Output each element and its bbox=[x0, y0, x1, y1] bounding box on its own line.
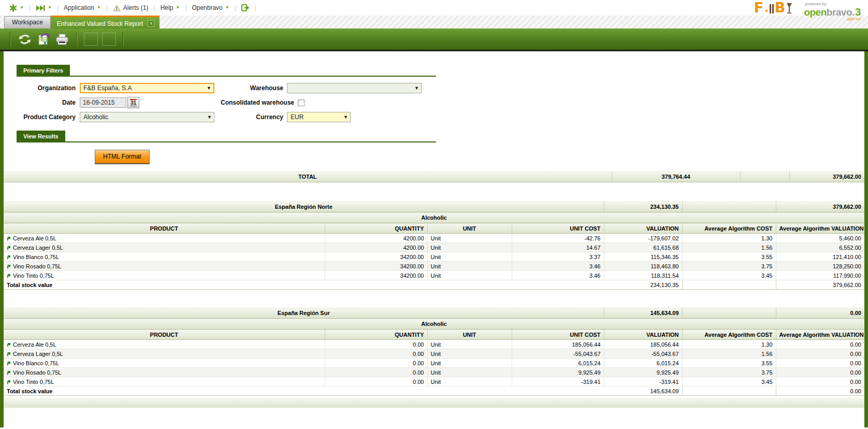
avg-cost-cell: 1.56 bbox=[682, 243, 776, 252]
column-header: Average Algorithm VALUATION bbox=[776, 330, 864, 340]
quantity-cell: 34200.00 bbox=[325, 252, 427, 262]
region-name: España Región Norte bbox=[4, 202, 604, 212]
warehouse-select[interactable]: ▼ bbox=[287, 83, 422, 93]
menu-help-label: Help bbox=[161, 4, 173, 11]
product-cell[interactable]: Vino Rosado 0,75L bbox=[4, 262, 325, 271]
unit-cost-cell: 3.46 bbox=[512, 262, 604, 271]
grand-total-valuation: 379,764.44 bbox=[612, 171, 740, 182]
quantity-cell: 34200.00 bbox=[325, 271, 427, 280]
region-name: España Región Sur bbox=[4, 308, 604, 319]
menu-user-openbravo[interactable]: Openbravo ▼ bbox=[190, 4, 231, 11]
drilldown-arrow-icon bbox=[7, 341, 13, 348]
drilldown-arrow-icon bbox=[7, 235, 13, 241]
column-header: PRODUCT bbox=[4, 330, 325, 340]
logo-three: 3 bbox=[855, 6, 861, 18]
html-format-button[interactable]: HTML Format bbox=[95, 150, 150, 164]
product-cell[interactable]: Cerveza Ale 0,5L bbox=[4, 234, 325, 243]
quick-launch-menu[interactable]: ▼ bbox=[7, 4, 26, 12]
avg-cost-cell: 3.45 bbox=[682, 377, 776, 387]
column-header: Average Algorithm COST bbox=[682, 223, 776, 234]
unit-cost-cell: 6,015.24 bbox=[512, 359, 604, 368]
quantity-cell: 0.00 bbox=[325, 340, 427, 349]
consolidated-warehouse-checkbox[interactable] bbox=[298, 99, 305, 106]
date-input[interactable] bbox=[80, 97, 126, 108]
currency-select[interactable]: EUR ▼ bbox=[287, 112, 351, 122]
region-table: España Región Sur145,634.090.00Alcoholic… bbox=[4, 307, 864, 396]
grand-total-table: TOTAL 379,764.44 379,662.00 bbox=[4, 171, 864, 182]
column-header: UNIT bbox=[427, 330, 512, 340]
table-row: Vino Blanco 0,75L34200.00Unit3.37115,346… bbox=[4, 252, 864, 262]
openbravo-logo: powered by openbravo.3 agile erp bbox=[804, 2, 861, 21]
unit-cost-cell: 3.37 bbox=[512, 252, 604, 262]
column-header: UNIT bbox=[427, 223, 512, 234]
menu-user-label: Openbravo bbox=[192, 4, 222, 11]
valuation-cell: -55,043.67 bbox=[604, 349, 682, 359]
export-excel-button[interactable]: X bbox=[35, 31, 52, 48]
product-cell[interactable]: Vino Rosado 0,75L bbox=[4, 368, 325, 377]
region-avg-valuation: 379,662.00 bbox=[776, 202, 864, 212]
total-stock-avg-valuation: 379,662.00 bbox=[776, 280, 864, 290]
menu-help[interactable]: Help ▼ bbox=[158, 4, 182, 11]
powered-by-label: powered by bbox=[805, 2, 826, 6]
product-cell[interactable]: Cerveza Lager 0,5L bbox=[4, 349, 325, 359]
avg-cost-cell: 3.75 bbox=[682, 368, 776, 377]
report-toolbar: X bbox=[0, 28, 868, 51]
product-name: Cerveza Lager 0,5L bbox=[13, 351, 63, 357]
unit-cell: Unit bbox=[427, 271, 512, 280]
close-icon[interactable]: × bbox=[148, 20, 154, 27]
product-name: Cerveza Lager 0,5L bbox=[13, 245, 63, 251]
product-name: Vino Blanco 0,75L bbox=[13, 254, 59, 260]
region-spacer bbox=[682, 308, 776, 319]
menu-alerts[interactable]: Alerts (1) bbox=[111, 4, 151, 11]
avg-valuation-cell: 0.00 bbox=[776, 368, 864, 377]
organization-select[interactable]: F&B España, S.A ▼ bbox=[80, 83, 214, 93]
drilldown-arrow-icon bbox=[7, 369, 13, 376]
warehouse-label: Warehouse bbox=[214, 84, 287, 92]
product-cell[interactable]: Vino Blanco 0,75L bbox=[4, 359, 325, 368]
currency-label: Currency bbox=[214, 113, 287, 121]
product-cell[interactable]: Cerveza Lager 0,5L bbox=[4, 243, 325, 252]
asterisk-icon bbox=[9, 4, 17, 12]
calendar-button[interactable]: 31 bbox=[127, 97, 139, 108]
product-name: Cerveza Ale 0,5L bbox=[13, 235, 56, 241]
unit-cost-cell: 3.46 bbox=[512, 271, 604, 280]
primary-filters-section: Primary Filters bbox=[17, 65, 436, 77]
avg-valuation-cell: 0.00 bbox=[776, 359, 864, 368]
table-row: Cerveza Ale 0,5L0.00Unit185,056.44185,05… bbox=[4, 340, 864, 349]
category-name: Alcoholic bbox=[4, 212, 864, 223]
avg-valuation-cell: 121,410.00 bbox=[776, 252, 864, 262]
product-cell[interactable]: Vino Tinto 0,75L bbox=[4, 377, 325, 387]
drilldown-arrow-icon bbox=[7, 273, 13, 279]
column-header: QUANTITY bbox=[325, 223, 427, 234]
avg-valuation-cell: 0.00 bbox=[776, 377, 864, 387]
calendar-icon: 31 bbox=[130, 99, 137, 106]
tab-workspace[interactable]: Workspace bbox=[4, 16, 51, 28]
table-row: Cerveza Lager 0,5L4200.00Unit14.6761,615… bbox=[4, 243, 864, 252]
refresh-button[interactable] bbox=[17, 31, 33, 48]
quick-create-menu[interactable]: ▼ bbox=[34, 5, 54, 11]
product-name: Vino Tinto 0,75L bbox=[13, 273, 54, 279]
next-section-band bbox=[4, 397, 864, 408]
unit-cost-cell: 9,925.49 bbox=[512, 368, 604, 377]
product-cell[interactable]: Vino Blanco 0,75L bbox=[4, 252, 325, 262]
menu-application[interactable]: Application ▼ bbox=[62, 4, 103, 11]
product-category-select[interactable]: Alcoholic ▼ bbox=[80, 112, 214, 122]
brand-logos: F + B powered by openbravo.3 agile erp bbox=[754, 2, 861, 21]
product-name: Vino Tinto 0,75L bbox=[13, 379, 54, 385]
tab-enhanced-valued-stock-report[interactable]: Enhanced Valued Stock Report × bbox=[51, 16, 160, 28]
category-name: Alcoholic bbox=[4, 319, 864, 330]
print-button[interactable] bbox=[54, 31, 70, 48]
drilldown-arrow-icon bbox=[7, 360, 13, 366]
column-header: VALUATION bbox=[604, 223, 682, 234]
chevron-down-icon: ▼ bbox=[48, 6, 52, 10]
avg-valuation-cell: 117,990.00 bbox=[776, 271, 864, 280]
avg-cost-cell: 1.30 bbox=[682, 340, 776, 349]
product-cell[interactable]: Cerveza Ale 0,5L bbox=[4, 340, 325, 349]
region-spacer bbox=[682, 202, 776, 212]
valuation-cell: 115,346.35 bbox=[604, 252, 682, 262]
logout-button[interactable] bbox=[239, 4, 252, 11]
product-cell[interactable]: Vino Tinto 0,75L bbox=[4, 271, 325, 280]
valuation-cell: 118,463.80 bbox=[604, 262, 682, 271]
active-tab-label: Enhanced Valued Stock Report bbox=[57, 20, 143, 27]
avg-cost-cell: 3.75 bbox=[682, 262, 776, 271]
